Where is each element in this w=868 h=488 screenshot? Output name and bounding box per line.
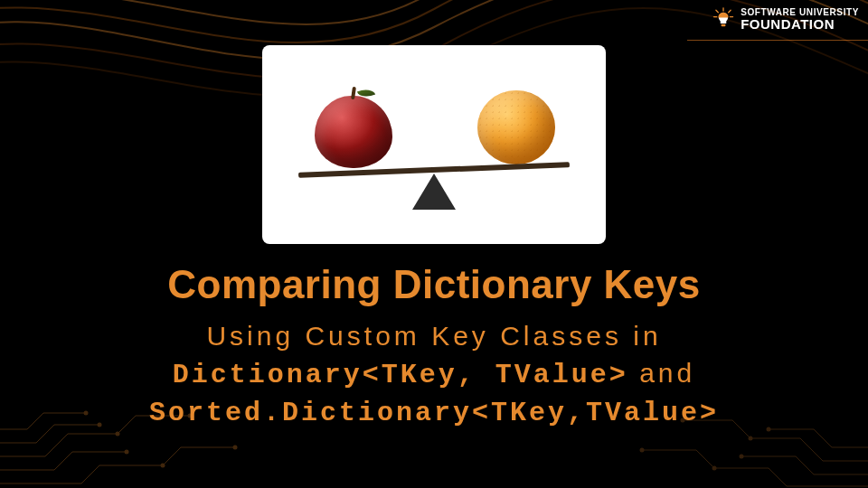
logo-text-top: SOFTWARE UNIVERSITY <box>741 8 859 17</box>
subtitle-code-2: Sorted.Dictionary<TKey,TValue> <box>149 398 719 428</box>
brand-logo: SOFTWARE UNIVERSITY FOUNDATION <box>712 7 859 31</box>
svg-point-12 <box>161 464 165 468</box>
svg-rect-5 <box>722 24 726 26</box>
svg-line-2 <box>729 10 731 12</box>
apple-icon <box>315 96 392 168</box>
logo-underline <box>687 40 868 41</box>
seesaw-pivot <box>412 174 456 210</box>
svg-point-16 <box>640 448 645 453</box>
svg-point-6 <box>125 450 129 455</box>
svg-point-18 <box>749 436 753 441</box>
subtitle-join: and <box>628 358 695 388</box>
slide-title: Comparing Dictionary Keys <box>0 262 868 307</box>
orange-icon <box>477 90 555 164</box>
svg-point-9 <box>233 446 238 450</box>
hero-image <box>262 45 606 244</box>
lightbulb-icon <box>712 7 735 31</box>
subtitle-line1: Using Custom Key Classes in <box>206 321 661 351</box>
svg-point-13 <box>740 455 744 459</box>
logo-text-bottom: FOUNDATION <box>741 17 859 31</box>
svg-line-1 <box>716 10 718 12</box>
slide-subtitle: Using Custom Key Classes in Dictionary<T… <box>0 318 868 432</box>
svg-point-17 <box>712 466 717 471</box>
subtitle-code-1: Dictionary<TKey, TValue> <box>173 360 628 390</box>
svg-point-11 <box>116 432 120 436</box>
